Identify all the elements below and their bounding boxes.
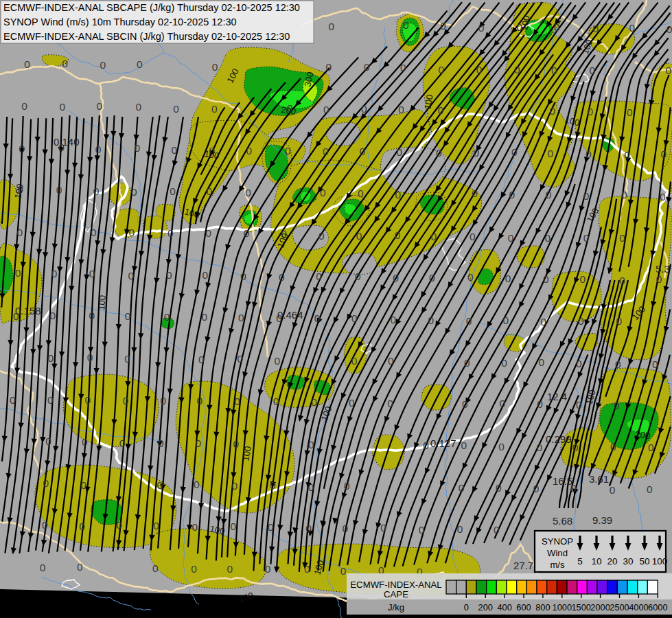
svg-text:0: 0 <box>494 524 500 536</box>
svg-text:0: 0 <box>48 352 54 364</box>
svg-text:0: 0 <box>545 232 551 244</box>
svg-text:0: 0 <box>56 184 62 196</box>
svg-text:0: 0 <box>205 227 211 239</box>
svg-text:J/kg: J/kg <box>388 602 404 613</box>
svg-text:0: 0 <box>279 271 285 283</box>
svg-text:0: 0 <box>318 230 325 242</box>
svg-text:SYNOP Wind (m/s) 10m Thursday: SYNOP Wind (m/s) 10m Thursday 02-10-2025… <box>3 16 237 27</box>
svg-text:50: 50 <box>639 556 649 566</box>
svg-text:0: 0 <box>230 520 236 532</box>
svg-text:0: 0 <box>499 398 505 409</box>
svg-text:0: 0 <box>457 523 463 535</box>
svg-text:0: 0 <box>80 479 86 491</box>
svg-text:0: 0 <box>436 147 442 159</box>
svg-text:0: 0 <box>47 394 54 406</box>
svg-text:0: 0 <box>128 270 135 282</box>
svg-text:0: 0 <box>356 230 362 242</box>
svg-text:1000: 1000 <box>553 602 572 613</box>
svg-text:0: 0 <box>652 358 658 370</box>
svg-text:0: 0 <box>660 191 666 203</box>
svg-text:0: 0 <box>62 58 68 69</box>
svg-text:0: 0 <box>610 441 616 453</box>
svg-text:0: 0 <box>428 314 434 326</box>
svg-text:0: 0 <box>77 561 83 573</box>
svg-text:0: 0 <box>136 101 142 113</box>
svg-text:0: 0 <box>614 400 620 411</box>
svg-text:0: 0 <box>546 189 552 201</box>
svg-text:0: 0 <box>656 273 662 285</box>
svg-text:1500: 1500 <box>571 602 590 613</box>
svg-text:5.68: 5.68 <box>553 515 572 527</box>
svg-text:0: 0 <box>42 519 48 531</box>
svg-text:0: 0 <box>580 273 586 285</box>
svg-text:0: 0 <box>361 103 367 115</box>
svg-text:0.127: 0.127 <box>430 437 456 449</box>
svg-text:0: 0 <box>311 396 317 408</box>
svg-text:0: 0 <box>227 563 233 575</box>
svg-text:0: 0 <box>511 146 518 158</box>
svg-text:0: 0 <box>85 394 91 406</box>
svg-text:0: 0 <box>43 477 49 489</box>
svg-text:0: 0 <box>134 142 140 154</box>
svg-text:0: 0 <box>97 100 103 112</box>
svg-text:0: 0 <box>419 524 425 536</box>
svg-text:0: 0 <box>246 145 253 157</box>
svg-text:0: 0 <box>464 602 469 613</box>
svg-text:0: 0 <box>232 480 238 492</box>
svg-text:0: 0 <box>24 58 30 70</box>
svg-text:0: 0 <box>395 189 402 201</box>
svg-text:0: 0 <box>304 563 310 575</box>
svg-text:3.61: 3.61 <box>589 473 609 485</box>
svg-text:0: 0 <box>648 442 654 453</box>
svg-text:0: 0 <box>508 232 514 244</box>
svg-text:0: 0 <box>93 185 100 197</box>
svg-text:0.299: 0.299 <box>546 433 572 445</box>
svg-text:5.3: 5.3 <box>656 263 670 275</box>
svg-text:200: 200 <box>281 104 297 117</box>
svg-text:0: 0 <box>308 481 314 493</box>
svg-text:0: 0 <box>161 395 167 407</box>
svg-text:0: 0 <box>431 231 437 242</box>
svg-text:400: 400 <box>497 602 511 613</box>
svg-text:9.39: 9.39 <box>592 514 612 526</box>
svg-text:0: 0 <box>164 311 170 323</box>
svg-text:0: 0 <box>344 480 350 492</box>
svg-text:0: 0 <box>403 19 409 31</box>
svg-text:0: 0 <box>576 399 582 411</box>
svg-text:0: 0 <box>15 267 21 279</box>
svg-text:0: 0 <box>551 65 557 76</box>
svg-text:0: 0 <box>666 65 672 76</box>
svg-text:0: 0 <box>320 187 326 198</box>
svg-text:0: 0 <box>583 190 590 202</box>
svg-text:0: 0 <box>540 316 546 328</box>
svg-text:0: 0 <box>233 438 239 450</box>
svg-text:30: 30 <box>623 556 633 566</box>
svg-text:0: 0 <box>667 23 672 35</box>
svg-text:0: 0 <box>245 187 251 198</box>
svg-text:m/s: m/s <box>550 560 565 570</box>
svg-text:0: 0 <box>583 232 590 244</box>
svg-text:0: 0 <box>153 520 159 531</box>
svg-text:0: 0 <box>478 22 485 34</box>
svg-text:0: 0 <box>578 315 584 327</box>
svg-text:0: 0 <box>191 563 197 575</box>
svg-text:ECMWF-INDEX-ANAL SBCIN (J/kg): ECMWF-INDEX-ANAL SBCIN (J/kg) Thursday 0… <box>3 31 290 42</box>
svg-text:0: 0 <box>314 312 321 324</box>
svg-text:0: 0 <box>647 483 653 495</box>
svg-text:CAPE: CAPE <box>384 589 408 599</box>
svg-text:0: 0 <box>398 104 404 115</box>
svg-text:0: 0 <box>95 144 102 155</box>
svg-text:0: 0 <box>615 358 621 370</box>
svg-text:0: 0 <box>349 397 355 409</box>
svg-text:0: 0 <box>240 271 246 282</box>
svg-text:0: 0 <box>393 272 399 284</box>
svg-text:20: 20 <box>607 556 617 566</box>
svg-text:0: 0 <box>326 61 332 73</box>
svg-text:0: 0 <box>440 20 446 32</box>
svg-text:10: 10 <box>591 556 601 566</box>
svg-text:16.5: 16.5 <box>553 475 572 487</box>
svg-text:27.7: 27.7 <box>513 560 533 571</box>
svg-text:2500: 2500 <box>610 602 629 613</box>
svg-text:0: 0 <box>503 314 509 326</box>
svg-text:0: 0 <box>82 436 88 448</box>
